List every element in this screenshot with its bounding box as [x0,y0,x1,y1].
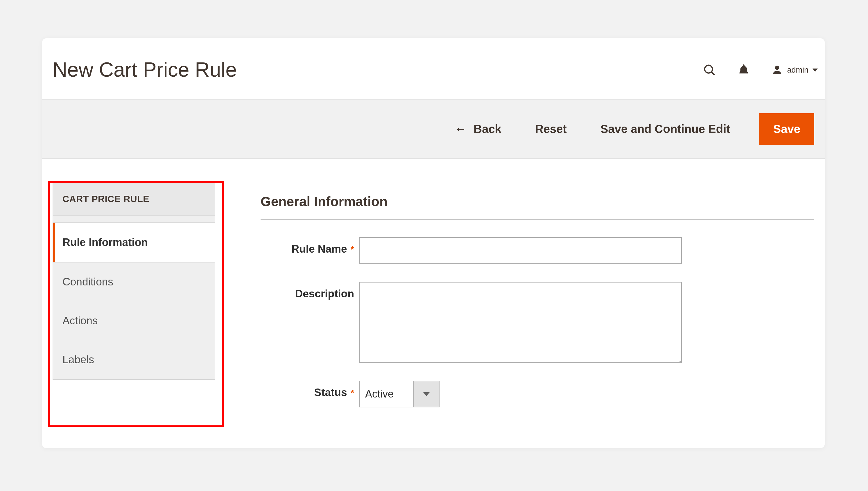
sidebar-nav: CART PRICE RULE Rule Information Conditi… [53,182,215,380]
sidebar-item-label: Labels [62,354,94,366]
sidebar-title: CART PRICE RULE [53,183,215,216]
form-area: General Information Rule Name * Descript… [260,182,814,425]
description-label: Description [295,288,354,300]
reset-button[interactable]: Reset [530,116,571,143]
sidebar-item-label: Actions [62,315,97,327]
admin-panel: New Cart Price Rule [42,38,825,448]
sidebar-divider [53,216,215,223]
status-label: Status [314,386,347,399]
chevron-down-icon [423,392,430,396]
save-continue-label: Save and Continue Edit [600,122,730,136]
user-icon [771,64,783,76]
save-continue-button[interactable]: Save and Continue Edit [596,116,735,143]
sidebar-item-rule-information[interactable]: Rule Information [53,223,215,262]
save-button[interactable]: Save [759,113,814,145]
search-icon[interactable] [703,63,716,77]
sidebar-item-label: Conditions [62,276,113,288]
field-description: Description [260,282,814,363]
user-label: admin [787,66,808,75]
page-header: New Cart Price Rule [42,38,825,99]
sidebar-container: CART PRICE RULE Rule Information Conditi… [53,182,226,425]
status-dropdown-handle[interactable] [413,381,439,407]
action-bar: ← Back Reset Save and Continue Edit Save [42,99,825,159]
sidebar-item-label: Rule Information [62,236,148,248]
back-label: Back [474,122,501,136]
notifications-icon[interactable] [737,63,750,77]
field-rule-name: Rule Name * [260,237,814,264]
header-actions: admin [703,63,818,77]
sidebar-item-actions[interactable]: Actions [53,301,215,340]
svg-point-0 [705,65,712,73]
arrow-left-icon: ← [454,122,467,136]
status-value: Active [360,381,413,407]
sidebar-item-conditions[interactable]: Conditions [53,262,215,301]
required-star: * [351,244,354,255]
account-menu[interactable]: admin [771,64,818,76]
rule-name-label: Rule Name [291,243,347,255]
svg-point-2 [775,66,779,70]
content-body: CART PRICE RULE Rule Information Conditi… [42,159,825,425]
page-title: New Cart Price Rule [53,58,237,81]
field-status: Status * Active [260,381,814,407]
reset-label: Reset [535,122,567,136]
description-input[interactable] [359,282,682,363]
sidebar-item-labels[interactable]: Labels [53,340,215,379]
section-title: General Information [260,194,814,220]
status-select[interactable]: Active [359,381,440,407]
status-label-cell: Status * [260,381,359,399]
required-star: * [351,387,354,398]
back-button[interactable]: ← Back [450,115,506,143]
svg-line-1 [712,72,715,75]
description-label-cell: Description [260,282,359,300]
rule-name-label-cell: Rule Name * [260,237,359,255]
chevron-down-icon [813,68,818,72]
rule-name-input[interactable] [359,237,682,264]
